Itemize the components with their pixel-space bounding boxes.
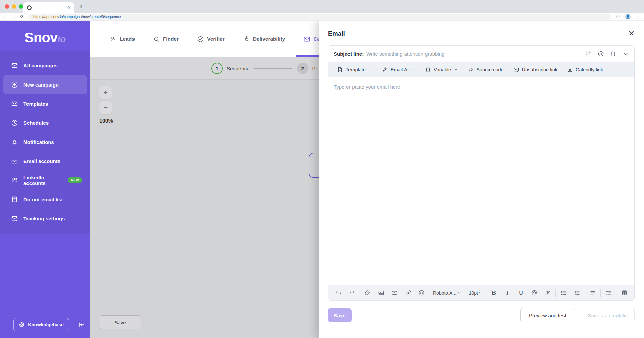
- url-text: https://app.snov.io/campaigns/new/create…: [33, 15, 121, 19]
- sidebar-item-linkedin-accounts[interactable]: LinkedIn accounts NEW: [0, 171, 90, 190]
- underline-button[interactable]: U: [514, 287, 528, 299]
- attach-file-button[interactable]: [361, 287, 374, 299]
- bookmark-icon[interactable]: ☆: [615, 13, 620, 20]
- back-icon[interactable]: ←: [3, 14, 8, 19]
- unsubscribe-link-button[interactable]: Unsubscribe link: [510, 64, 561, 75]
- toolbar-divider: [465, 289, 465, 297]
- sidebar-item-schedules[interactable]: Schedules: [0, 113, 90, 132]
- nav-item-label: Verifier: [207, 36, 225, 42]
- sidebar-item-tracking-settings[interactable]: Tracking settings: [0, 209, 90, 228]
- nav-item-leads[interactable]: Leads: [102, 21, 142, 57]
- line-spacing-button[interactable]: [602, 287, 615, 299]
- browser-menu-icon[interactable]: ⋮: [635, 13, 641, 20]
- url-input[interactable]: https://app.snov.io/campaigns/new/create…: [28, 14, 611, 20]
- calendly-link-button[interactable]: Calendly link: [564, 64, 606, 75]
- sidebar-item-do-not-email-list[interactable]: Do-not-email list: [0, 190, 90, 209]
- save-as-template-button[interactable]: Save as template: [580, 308, 635, 322]
- redo-button[interactable]: [345, 287, 359, 299]
- sidebar-item-email-accounts[interactable]: Email accounts: [0, 152, 90, 171]
- toolbar-divider: [429, 289, 429, 297]
- insert-table-button[interactable]: [618, 287, 631, 299]
- mail-x-icon: [513, 67, 519, 73]
- tab-strip: ✕ +: [0, 0, 644, 13]
- browser-tab[interactable]: ✕: [23, 2, 74, 13]
- font-family-select[interactable]: Roboto,A...: [430, 287, 464, 299]
- email-save-button[interactable]: Save: [328, 308, 352, 322]
- insert-emoji-button[interactable]: [415, 287, 428, 299]
- knowledgebase-label: Knowledgebase: [28, 322, 64, 327]
- forward-icon[interactable]: →: [12, 14, 16, 19]
- list-document-icon: [11, 196, 18, 203]
- email-body-editor[interactable]: Type or paste your email here: [328, 77, 634, 285]
- toolbar-divider: [360, 289, 360, 297]
- sidebar-item-new-campaign[interactable]: New campaign: [3, 75, 87, 94]
- chevron-down-icon[interactable]: [623, 51, 629, 57]
- bold-button[interactable]: B: [487, 287, 501, 299]
- unsubscribe-link-label: Unsubscribe link: [522, 67, 557, 72]
- preview-and-test-button[interactable]: Preview and test: [520, 308, 575, 322]
- logo-brand: Snov: [24, 30, 58, 45]
- template-button[interactable]: Template: [334, 64, 376, 75]
- bullet-list-button[interactable]: [557, 287, 570, 299]
- underline-icon: U: [519, 290, 523, 296]
- undo-button[interactable]: [332, 287, 345, 299]
- close-icon[interactable]: ✕: [628, 30, 635, 37]
- mail-dot-icon: [11, 215, 18, 222]
- zoom-out-button[interactable]: −: [99, 101, 112, 114]
- chevron-down-icon: [368, 67, 373, 72]
- sidebar-item-all-campaigns[interactable]: All campaigns: [0, 56, 90, 75]
- email-ai-button[interactable]: Email AI: [379, 64, 419, 75]
- variable-button[interactable]: Variable: [422, 64, 462, 75]
- chevron-down-icon: [478, 291, 482, 295]
- bell-icon: [11, 138, 18, 146]
- italic-icon: I: [506, 290, 508, 296]
- text-color-button[interactable]: [528, 287, 541, 299]
- subject-input[interactable]: [366, 51, 583, 57]
- nav-item-verifier[interactable]: Verifier: [190, 21, 232, 57]
- file-plus-icon: [337, 67, 343, 73]
- new-tab-button[interactable]: +: [79, 3, 83, 11]
- code-icon: [468, 67, 474, 73]
- clear-formatting-button[interactable]: [541, 287, 554, 299]
- tab-close-icon[interactable]: ✕: [67, 5, 71, 10]
- font-size-select[interactable]: 10pt: [466, 287, 485, 299]
- zoom-in-button[interactable]: +: [99, 86, 112, 99]
- nav-item-deliverability[interactable]: Deliverability: [235, 21, 293, 57]
- collapse-sidebar-icon[interactable]: [78, 321, 85, 328]
- maximize-window-button[interactable]: [19, 4, 23, 9]
- mail-icon: [303, 36, 310, 43]
- sparkles-icon: [382, 67, 388, 73]
- variable-braces-icon[interactable]: [610, 51, 616, 57]
- profile-avatar[interactable]: 👤: [625, 14, 631, 19]
- life-buoy-icon: [19, 322, 25, 328]
- sidebar-item-label: LinkedIn accounts: [23, 175, 62, 186]
- emoji-icon[interactable]: [598, 51, 604, 57]
- close-window-button[interactable]: [5, 4, 9, 9]
- align-button[interactable]: [586, 287, 599, 299]
- plus-circle-icon: [11, 81, 18, 88]
- source-code-button[interactable]: Source code: [464, 64, 507, 75]
- sidebar-item-templates[interactable]: Templates: [0, 94, 90, 113]
- email-action-toolbar: Template Email AI: [328, 62, 634, 77]
- knowledgebase-button[interactable]: Knowledgebase: [13, 318, 69, 331]
- numbered-list-button[interactable]: [570, 287, 584, 299]
- redo-icon: [349, 290, 355, 296]
- insert-image-button[interactable]: [374, 287, 388, 299]
- insert-video-button[interactable]: [388, 287, 401, 299]
- sequence-save-button[interactable]: Save: [100, 315, 141, 329]
- snov-logo[interactable]: Snovio: [0, 21, 90, 51]
- logo-suffix: io: [57, 34, 66, 44]
- minimize-window-button[interactable]: [12, 4, 16, 9]
- chevron-down-icon: [454, 67, 458, 72]
- zoom-level: 100%: [99, 118, 113, 124]
- magic-wand-icon[interactable]: [585, 51, 592, 57]
- insert-link-button[interactable]: [401, 287, 415, 299]
- screen: ✕ + ← → ⟳ https://app.snov.io/campaigns/…: [0, 0, 644, 338]
- sidebar: Snovio All campaigns New campaign: [0, 21, 90, 338]
- refresh-icon[interactable]: ⟳: [20, 14, 24, 19]
- nav-item-finder[interactable]: Finder: [146, 21, 186, 57]
- sidebar-item-notifications[interactable]: Notifications: [0, 132, 90, 152]
- step-2-circle: 2: [297, 63, 308, 74]
- italic-button[interactable]: I: [501, 287, 514, 299]
- align-icon: [590, 290, 596, 296]
